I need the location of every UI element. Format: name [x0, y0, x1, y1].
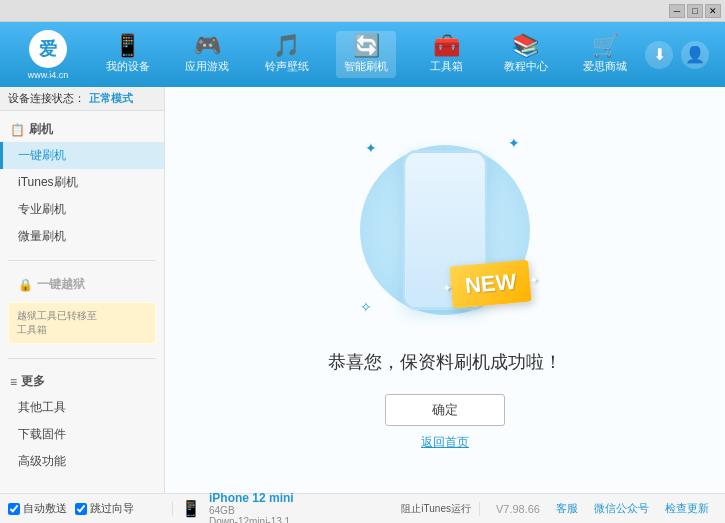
logo-char: 爱: [39, 37, 57, 61]
sidebar-section-jailbreak-title: 🔒 一键越狱: [0, 271, 164, 298]
tutorial-icon: 📚: [512, 35, 539, 57]
device-phone-icon: 📱: [181, 499, 201, 518]
sparkle-bottom-left: ✧: [360, 299, 372, 315]
sidebar: 设备连接状态： 正常模式 📋 刷机 一键刷机 iTunes刷机 专业刷机 微量刷…: [0, 87, 165, 493]
nav-tutorial-label: 教程中心: [504, 59, 548, 74]
auto-flash-input[interactable]: [8, 503, 20, 515]
sidebar-item-download-firmware[interactable]: 下载固件: [0, 421, 164, 448]
nav-smart-flash[interactable]: 🔄 智能刷机: [336, 31, 396, 78]
auto-flash-checkbox[interactable]: 自动敷送: [8, 501, 67, 516]
star-right: ✦: [529, 274, 538, 286]
logo-url: www.i4.cn: [28, 70, 69, 80]
shop-icon: 🛒: [592, 35, 619, 57]
header-right: ⬇ 👤: [645, 41, 717, 69]
bottom-left: 自动敷送 跳过向导: [8, 501, 173, 516]
sidebar-divider-1: [8, 260, 156, 261]
nav-my-device-label: 我的设备: [106, 59, 150, 74]
nav-app-game[interactable]: 🎮 应用游戏: [177, 31, 237, 78]
sidebar-divider-2: [8, 358, 156, 359]
download-button[interactable]: ⬇: [645, 41, 673, 69]
device-firmware: Down-12mini-13,1: [209, 516, 294, 524]
status-value: 正常模式: [89, 91, 133, 106]
skip-wizard-checkbox[interactable]: 跳过向导: [75, 501, 134, 516]
nav-shop-label: 爱思商城: [583, 59, 627, 74]
logo-icon: 爱: [29, 30, 67, 68]
itunes-flash-label: iTunes刷机: [18, 174, 78, 191]
toolbox-icon: 🧰: [433, 35, 460, 57]
auto-flash-label: 自动敷送: [23, 501, 67, 516]
star-left: ✦: [442, 281, 451, 293]
main-area: 设备连接状态： 正常模式 📋 刷机 一键刷机 iTunes刷机 专业刷机 微量刷…: [0, 87, 725, 493]
lock-icon: 🔒: [18, 278, 33, 292]
nav-wallpaper-label: 铃声壁纸: [265, 59, 309, 74]
skip-wizard-input[interactable]: [75, 503, 87, 515]
wechat-link[interactable]: 微信公众号: [594, 501, 649, 516]
sidebar-section-flash-title: 📋 刷机: [0, 117, 164, 142]
sidebar-section-more-title: ≡ 更多: [0, 369, 164, 394]
one-key-flash-label: 一键刷机: [18, 147, 66, 164]
customer-service-link[interactable]: 客服: [556, 501, 578, 516]
check-update-link[interactable]: 检查更新: [665, 501, 709, 516]
flash-section-icon: 📋: [10, 123, 25, 137]
smart-flash-icon: 🔄: [353, 35, 380, 57]
sparkle-top-right: ✦: [508, 135, 520, 151]
nav-tutorial[interactable]: 📚 教程中心: [496, 31, 556, 78]
sidebar-section-more: ≡ 更多 其他工具 下载固件 高级功能: [0, 363, 164, 481]
sidebar-item-other-tools[interactable]: 其他工具: [0, 394, 164, 421]
sparkle-top-left: ✦: [365, 140, 377, 156]
nav-toolbox[interactable]: 🧰 工具箱: [416, 31, 476, 78]
title-bar: ─ □ ✕: [0, 0, 725, 22]
storage-flash-label: 微量刷机: [18, 228, 66, 245]
content-area: ✦ ✦ ✧ ✦ NEW ✦ 恭喜您，保资料刷机成功啦！ 确定 返回首页: [165, 87, 725, 493]
nav-app-game-label: 应用游戏: [185, 59, 229, 74]
other-tools-label: 其他工具: [18, 399, 66, 416]
download-firmware-label: 下载固件: [18, 426, 66, 443]
restore-button[interactable]: □: [687, 4, 703, 18]
minimize-button[interactable]: ─: [669, 4, 685, 18]
device-storage: 64GB: [209, 505, 294, 516]
nav-smart-flash-label: 智能刷机: [344, 59, 388, 74]
logo[interactable]: 爱 www.i4.cn: [8, 30, 88, 80]
header: 爱 www.i4.cn 📱 我的设备 🎮 应用游戏 🎵 铃声壁纸 🔄 智能刷机 …: [0, 22, 725, 87]
sidebar-item-one-key-flash[interactable]: 一键刷机: [0, 142, 164, 169]
sidebar-section-jailbreak: 🔒 一键越狱 越狱工具已转移至工具箱: [0, 265, 164, 354]
jailbreak-note: 越狱工具已转移至工具箱: [8, 302, 156, 344]
device-info-section: 📱 iPhone 12 mini 64GB Down-12mini-13,1: [173, 491, 302, 524]
nav-wallpaper[interactable]: 🎵 铃声壁纸: [257, 31, 317, 78]
advanced-label: 高级功能: [18, 453, 66, 470]
nav-my-device[interactable]: 📱 我的设备: [98, 31, 158, 78]
more-icon: ≡: [10, 375, 17, 389]
bottom-bar: 自动敷送 跳过向导 📱 iPhone 12 mini 64GB Down-12m…: [0, 493, 725, 523]
phone-illustration: ✦ ✦ ✧ ✦ NEW ✦: [345, 130, 545, 330]
status-label: 设备连接状态：: [8, 91, 85, 106]
sidebar-item-advanced[interactable]: 高级功能: [0, 448, 164, 475]
close-button[interactable]: ✕: [705, 4, 721, 18]
itunes-status: 阻止iTunes运行: [393, 502, 480, 516]
app-game-icon: 🎮: [194, 35, 221, 57]
user-button[interactable]: 👤: [681, 41, 709, 69]
status-bar: 设备连接状态： 正常模式: [0, 87, 164, 111]
confirm-button[interactable]: 确定: [385, 394, 505, 426]
wallpaper-icon: 🎵: [273, 35, 300, 57]
success-text: 恭喜您，保资料刷机成功啦！: [328, 350, 562, 374]
new-ribbon-text: ✦ NEW ✦: [449, 259, 532, 308]
nav-shop[interactable]: 🛒 爱思商城: [575, 31, 635, 78]
sidebar-section-flash: 📋 刷机 一键刷机 iTunes刷机 专业刷机 微量刷机: [0, 111, 164, 256]
sidebar-item-pro-flash[interactable]: 专业刷机: [0, 196, 164, 223]
new-badge: ✦ NEW ✦: [451, 263, 530, 305]
my-device-icon: 📱: [114, 35, 141, 57]
version-label: V7.98.66: [496, 503, 540, 515]
back-link[interactable]: 返回首页: [421, 434, 469, 451]
sidebar-item-itunes-flash[interactable]: iTunes刷机: [0, 169, 164, 196]
pro-flash-label: 专业刷机: [18, 201, 66, 218]
nav-bar: 📱 我的设备 🎮 应用游戏 🎵 铃声壁纸 🔄 智能刷机 🧰 工具箱 📚 教程中心…: [88, 31, 645, 78]
bottom-right: 阻止iTunes运行 V7.98.66 客服 微信公众号 检查更新: [393, 501, 717, 516]
sidebar-item-storage-flash[interactable]: 微量刷机: [0, 223, 164, 250]
skip-wizard-label: 跳过向导: [90, 501, 134, 516]
device-details: iPhone 12 mini 64GB Down-12mini-13,1: [209, 491, 294, 524]
nav-toolbox-label: 工具箱: [430, 59, 463, 74]
